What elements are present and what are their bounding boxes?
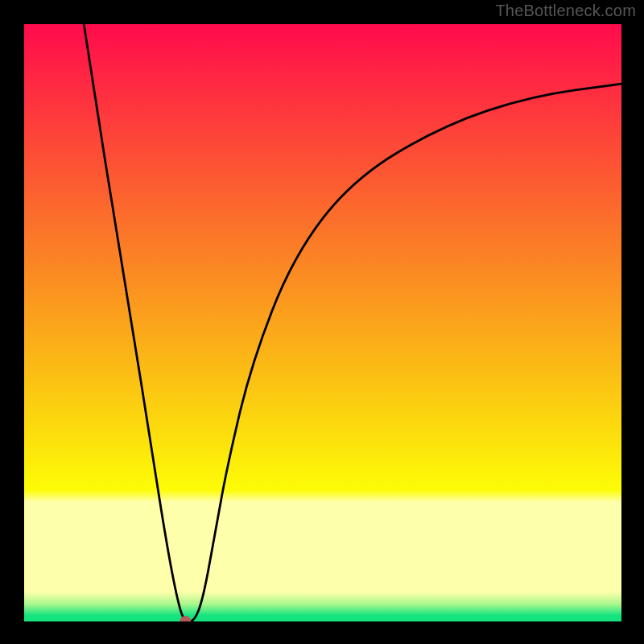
chart-frame: TheBottleneck.com [0, 0, 644, 644]
chart-background [24, 24, 621, 621]
bottleneck-chart [24, 24, 621, 621]
attribution-text: TheBottleneck.com [495, 2, 636, 20]
